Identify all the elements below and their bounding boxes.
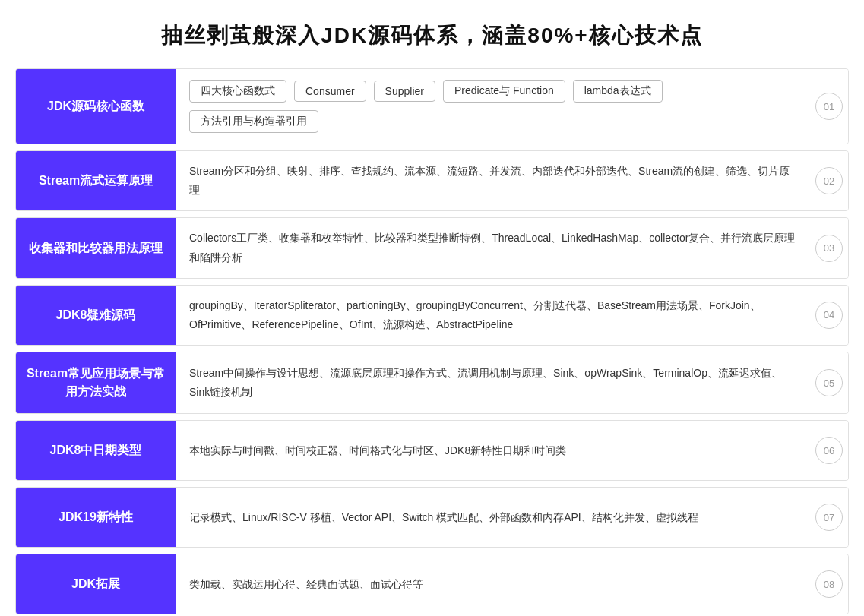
row-number-05: 05	[810, 352, 848, 413]
row-number-04: 04	[810, 286, 848, 345]
row-content-07: 记录模式、Linux/RISC-V 移植、Vector API、Switch 模…	[176, 488, 810, 547]
row-content-08: 类加载、实战运用心得、经典面试题、面试心得等	[176, 554, 810, 614]
row-label-06: JDK8中日期类型	[16, 421, 176, 480]
row-content-03: Collectors工厂类、收集器和枚举特性、比较器和类型推断特例、Thread…	[176, 218, 810, 277]
number-badge: 06	[815, 437, 843, 464]
row-description: Stream中间操作与设计思想、流源底层原理和操作方式、流调用机制与原理、Sin…	[189, 364, 796, 402]
tags-container: 四大核心函数式ConsumerSupplierPredicate与 Functi…	[189, 80, 796, 133]
tag: Supplier	[374, 81, 435, 102]
row-number-02: 02	[810, 151, 848, 210]
row-description: groupingBy、IteratorSpliterator、partionin…	[189, 296, 796, 334]
curriculum-row: Stream流式运算原理Stream分区和分组、映射、排序、查找规约、流本源、流…	[15, 150, 849, 211]
row-content-04: groupingBy、IteratorSpliterator、partionin…	[176, 286, 810, 345]
row-description: Collectors工厂类、收集器和枚举特性、比较器和类型推断特例、Thread…	[189, 229, 796, 267]
row-content-01: 四大核心函数式ConsumerSupplierPredicate与 Functi…	[176, 69, 810, 144]
row-label-text: JDK8疑难源码	[56, 306, 136, 324]
tag: Consumer	[294, 81, 366, 102]
row-label-01: JDK源码核心函数	[16, 69, 176, 144]
row-content-06: 本地实际与时间戳、时间校正器、时间格式化与时区、JDK8新特性日期和时间类	[176, 421, 810, 480]
number-badge: 05	[815, 369, 843, 396]
row-label-04: JDK8疑难源码	[16, 286, 176, 345]
page-title: 抽丝剥茧般深入JDK源码体系，涵盖80%+核心技术点	[0, 0, 864, 68]
curriculum-list: JDK源码核心函数四大核心函数式ConsumerSupplierPredicat…	[0, 68, 864, 616]
curriculum-row: JDK源码核心函数四大核心函数式ConsumerSupplierPredicat…	[15, 68, 849, 144]
row-label-05: Stream常见应用场景与常用方法实战	[16, 352, 176, 413]
row-label-02: Stream流式运算原理	[16, 151, 176, 210]
row-number-08: 08	[810, 554, 848, 614]
tag: 四大核心函数式	[189, 80, 286, 103]
number-badge: 03	[815, 235, 843, 262]
number-badge: 02	[815, 167, 843, 194]
row-label-text: JDK19新特性	[59, 508, 133, 526]
row-label-text: JDK源码核心函数	[47, 97, 144, 115]
number-badge: 07	[815, 504, 843, 531]
row-content-02: Stream分区和分组、映射、排序、查找规约、流本源、流短路、并发流、内部迭代和…	[176, 151, 810, 210]
number-badge: 04	[815, 302, 843, 329]
row-description: Stream分区和分组、映射、排序、查找规约、流本源、流短路、并发流、内部迭代和…	[189, 162, 796, 200]
row-number-03: 03	[810, 218, 848, 277]
curriculum-row: JDK19新特性记录模式、Linux/RISC-V 移植、Vector API、…	[15, 487, 849, 548]
row-label-03: 收集器和比较器用法原理	[16, 218, 176, 277]
row-label-text: 收集器和比较器用法原理	[29, 239, 163, 257]
row-number-01: 01	[810, 69, 848, 144]
row-label-08: JDK拓展	[16, 554, 176, 614]
row-label-07: JDK19新特性	[16, 488, 176, 547]
curriculum-row: JDK8疑难源码groupingBy、IteratorSpliterator、p…	[15, 285, 849, 346]
curriculum-row: JDK拓展类加载、实战运用心得、经典面试题、面试心得等08	[15, 554, 849, 614]
tag: 方法引用与构造器引用	[189, 110, 318, 133]
row-label-text: JDK拓展	[71, 575, 120, 593]
row-number-06: 06	[810, 421, 848, 480]
row-label-text: Stream流式运算原理	[39, 172, 153, 190]
row-description: 类加载、实战运用心得、经典面试题、面试心得等	[189, 575, 423, 594]
number-badge: 08	[815, 570, 843, 598]
curriculum-row: Stream常见应用场景与常用方法实战Stream中间操作与设计思想、流源底层原…	[15, 352, 849, 414]
row-label-text: JDK8中日期类型	[50, 441, 142, 460]
row-description: 本地实际与时间戳、时间校正器、时间格式化与时区、JDK8新特性日期和时间类	[189, 441, 566, 460]
row-number-07: 07	[810, 488, 848, 547]
row-label-text: Stream常见应用场景与常用方法实战	[25, 365, 166, 401]
row-description: 记录模式、Linux/RISC-V 移植、Vector API、Switch 模…	[189, 508, 698, 527]
row-content-05: Stream中间操作与设计思想、流源底层原理和操作方式、流调用机制与原理、Sin…	[176, 352, 810, 413]
curriculum-row: 收集器和比较器用法原理Collectors工厂类、收集器和枚举特性、比较器和类型…	[15, 217, 849, 278]
tag: lambda表达式	[573, 80, 663, 103]
curriculum-row: JDK8中日期类型本地实际与时间戳、时间校正器、时间格式化与时区、JDK8新特性…	[15, 420, 849, 481]
tag: Predicate与 Function	[443, 80, 565, 103]
number-badge: 01	[815, 93, 843, 120]
